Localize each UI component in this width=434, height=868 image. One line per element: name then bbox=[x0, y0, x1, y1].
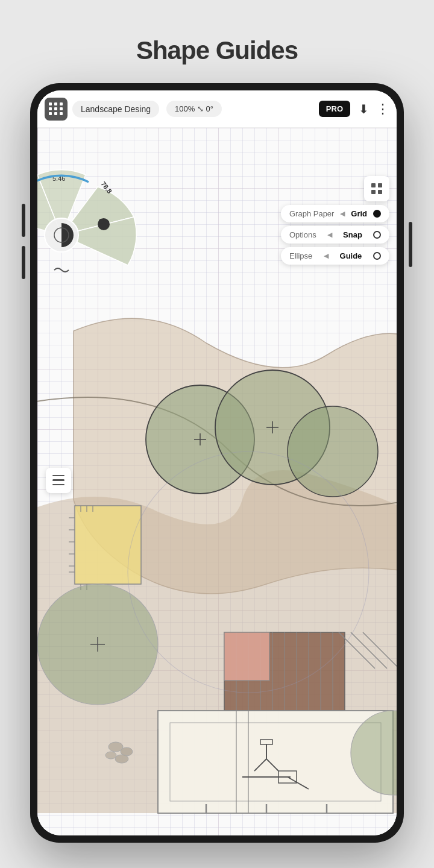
project-name-label[interactable]: Landscape Desing bbox=[72, 101, 159, 118]
svg-point-56 bbox=[115, 755, 128, 763]
radial-menu[interactable]: 78.8 5.46 bbox=[37, 169, 152, 277]
canvas-area[interactable]: 78.8 5.46 bbox=[37, 128, 397, 835]
phone-frame: Landscape Desing 100% ⤡ 0° PRO ⬇ ⋮ bbox=[30, 83, 404, 843]
more-options-icon[interactable]: ⋮ bbox=[376, 101, 389, 117]
graph-paper-label: Graph Paper bbox=[289, 209, 334, 218]
page-title: Shape Guides bbox=[136, 36, 298, 65]
power-button bbox=[409, 222, 412, 267]
svg-point-67 bbox=[99, 219, 104, 224]
graph-paper-option-row[interactable]: Graph Paper ◀ Grid bbox=[281, 205, 389, 222]
zoom-level-label[interactable]: 100% ⤡ 0° bbox=[166, 101, 222, 117]
volume-up-button bbox=[22, 204, 25, 237]
svg-rect-70 bbox=[371, 183, 376, 187]
hamburger-line-3 bbox=[52, 484, 64, 486]
snap-indicator bbox=[373, 231, 381, 239]
grid-label: Grid bbox=[351, 209, 367, 218]
svg-point-55 bbox=[105, 752, 116, 759]
pro-button[interactable]: PRO bbox=[319, 101, 350, 117]
svg-rect-73 bbox=[378, 190, 382, 194]
hamburger-line-1 bbox=[52, 475, 64, 477]
ellipse-label: Ellipse bbox=[289, 251, 312, 260]
svg-rect-72 bbox=[371, 190, 376, 194]
graph-paper-chevron: ◀ bbox=[340, 210, 345, 218]
guide-indicator bbox=[373, 252, 381, 260]
menu-grid-button[interactable] bbox=[45, 98, 68, 121]
options-chevron: ◀ bbox=[327, 231, 332, 239]
svg-rect-71 bbox=[378, 183, 382, 187]
grid-indicator bbox=[373, 210, 381, 218]
ellipse-guide-row[interactable]: Ellipse ◀ Guide bbox=[281, 247, 389, 265]
svg-rect-29 bbox=[224, 632, 269, 681]
svg-rect-31 bbox=[170, 723, 381, 801]
snap-label: Snap bbox=[343, 230, 362, 239]
svg-point-68 bbox=[105, 221, 109, 224]
ellipse-chevron: ◀ bbox=[324, 252, 329, 260]
options-label: Options bbox=[289, 230, 316, 239]
volume-down-button bbox=[22, 246, 25, 279]
view-options-button[interactable] bbox=[364, 176, 389, 201]
top-bar: Landscape Desing 100% ⤡ 0° PRO ⬇ ⋮ bbox=[37, 90, 397, 128]
layers-menu-button[interactable] bbox=[46, 468, 71, 493]
download-icon[interactable]: ⬇ bbox=[359, 102, 369, 116]
phone-screen: Landscape Desing 100% ⤡ 0° PRO ⬇ ⋮ bbox=[37, 90, 397, 835]
options-snap-row[interactable]: Options ◀ Snap bbox=[281, 226, 389, 244]
svg-point-2 bbox=[288, 406, 378, 497]
hamburger-line-2 bbox=[52, 479, 64, 481]
guide-label: Guide bbox=[340, 251, 362, 260]
right-panel: Graph Paper ◀ Grid Options ◀ Snap Ellips… bbox=[281, 176, 389, 265]
